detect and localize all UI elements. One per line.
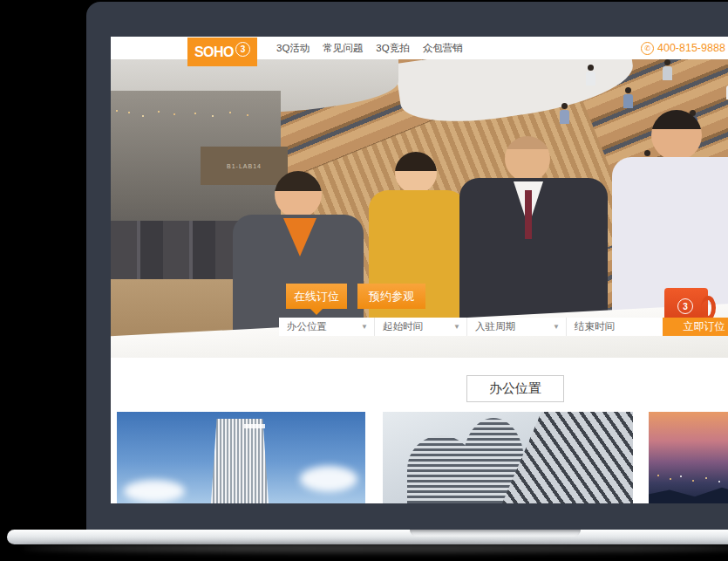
chevron-down-icon: ▼ xyxy=(361,323,368,331)
phone-number: 400-815-9888 xyxy=(657,42,725,54)
nav-item-auction[interactable]: 3Q竞拍 xyxy=(376,42,409,55)
cloud xyxy=(124,480,185,503)
book-now-button[interactable]: 立即订位 xyxy=(663,318,728,336)
section-title-office-locations[interactable]: 办公位置 xyxy=(466,375,564,402)
tower-sign xyxy=(244,424,265,428)
phone-icon: ✆ xyxy=(641,42,654,55)
active-tab-pointer xyxy=(310,309,323,315)
logo-3-bubble-icon: 3 xyxy=(235,42,250,57)
phone-contact[interactable]: ✆ 400-815-9888 xyxy=(641,37,725,59)
location-card-curved-towers[interactable] xyxy=(383,412,633,503)
laptop-shadow xyxy=(23,544,728,553)
logo[interactable]: SOHO 3 xyxy=(187,38,257,66)
person-on-stairs xyxy=(623,94,633,108)
laptop-base xyxy=(7,530,728,544)
mug-3-bubble-icon: 3 xyxy=(677,298,693,314)
chevron-down-icon: ▼ xyxy=(553,323,560,331)
start-time-dropdown[interactable]: 起始时间 ▼ xyxy=(375,318,467,336)
room-sign: B1-LAB14 xyxy=(201,147,288,185)
location-card-tower[interactable] xyxy=(117,412,365,503)
city-lights xyxy=(657,475,659,476)
ceiling-lights xyxy=(116,110,118,112)
booking-form-bar: 办公位置 ▼ 起始时间 ▼ 入驻周期 ▼ 结束时间 立即订位 xyxy=(279,318,728,336)
hero-photo: B1-LAB14 xyxy=(111,59,728,358)
tab-online-booking[interactable]: 在线订位 xyxy=(286,284,347,309)
nav-item-crowd-marketing[interactable]: 众包营销 xyxy=(423,42,463,55)
person-on-stairs xyxy=(560,110,569,124)
main-nav: 3Q活动 常见问题 3Q竞拍 众包营销 xyxy=(276,37,463,59)
chevron-down-icon: ▼ xyxy=(453,323,460,331)
locations-section: 办公位置 xyxy=(111,358,728,503)
nav-item-faq[interactable]: 常见问题 xyxy=(323,42,363,55)
page: SOHO 3 3Q活动 常见问题 3Q竞拍 众包营销 ✆ 400-815-988… xyxy=(0,0,728,561)
logo-text: SOHO xyxy=(194,44,234,60)
person-on-stairs xyxy=(663,66,672,80)
tab-reserve-visit[interactable]: 预约参观 xyxy=(357,284,425,309)
laptop-screen: SOHO 3 3Q活动 常见问题 3Q竞拍 众包营销 ✆ 400-815-988… xyxy=(111,37,728,503)
laptop-base-notch xyxy=(410,530,581,537)
end-time-field[interactable]: 结束时间 xyxy=(567,318,663,336)
location-card-dusk-city[interactable] xyxy=(649,412,728,503)
skyscraper xyxy=(211,419,269,503)
nav-item-activities[interactable]: 3Q活动 xyxy=(276,42,310,55)
city-silhouette xyxy=(649,481,728,503)
office-location-dropdown[interactable]: 办公位置 ▼ xyxy=(279,318,375,336)
glass-facade xyxy=(502,412,633,503)
cloud xyxy=(300,466,357,492)
person-on-stairs xyxy=(586,72,595,86)
lease-period-dropdown[interactable]: 入驻周期 ▼ xyxy=(467,318,567,336)
